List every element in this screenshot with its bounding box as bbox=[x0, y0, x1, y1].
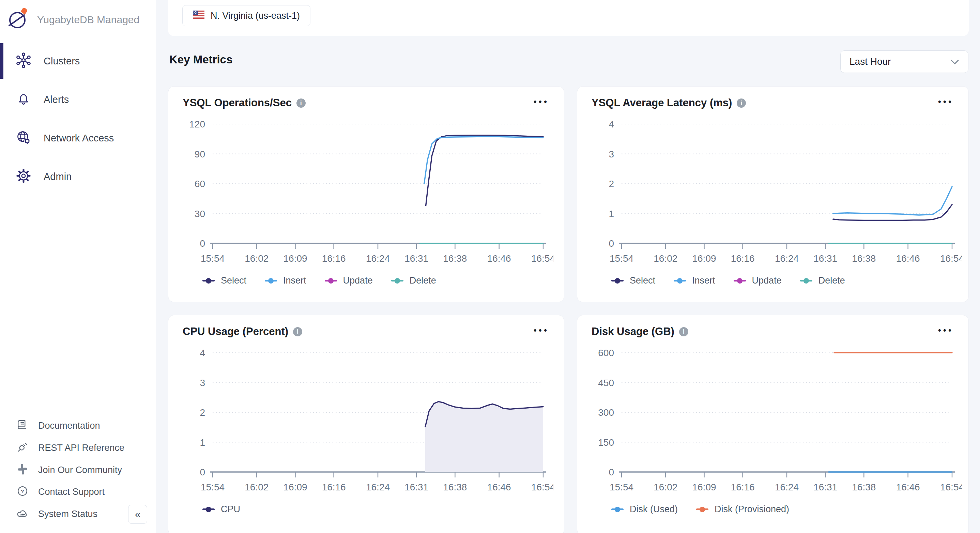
legend-marker-icon bbox=[611, 509, 624, 510]
sidebar-item-join-our-community[interactable]: Join Our Community bbox=[0, 460, 143, 479]
region-chip[interactable]: N. Virginia (us-east-1) bbox=[182, 5, 310, 26]
sidebar-item-label: System Status bbox=[38, 509, 97, 519]
svg-text:16:16: 16:16 bbox=[322, 253, 346, 264]
legend-label: CPU bbox=[221, 504, 240, 515]
svg-text:16:02: 16:02 bbox=[654, 482, 678, 492]
legend-item[interactable]: Disk (Provisioned) bbox=[696, 504, 789, 515]
svg-text:16:16: 16:16 bbox=[731, 482, 755, 492]
sidebar-item-label: Alerts bbox=[44, 94, 69, 105]
legend-item[interactable]: Delete bbox=[391, 275, 436, 286]
svg-text:16:54: 16:54 bbox=[940, 482, 962, 492]
svg-text:16:16: 16:16 bbox=[731, 253, 755, 264]
info-icon[interactable]: i bbox=[293, 327, 302, 336]
svg-text:16:38: 16:38 bbox=[443, 482, 467, 492]
clusters-icon bbox=[15, 52, 32, 70]
svg-text:15:54: 15:54 bbox=[609, 253, 633, 264]
svg-text:16:54: 16:54 bbox=[531, 253, 554, 264]
chart-legend: SelectInsertUpdateDelete bbox=[611, 275, 969, 286]
disk-usage-chart: 015030045060015:5416:0216:0916:1616:2416… bbox=[577, 342, 962, 499]
sidebar-item-documentation[interactable]: Documentation bbox=[0, 416, 143, 435]
svg-text:3: 3 bbox=[609, 149, 614, 159]
svg-text:16:46: 16:46 bbox=[896, 482, 920, 492]
sidebar-item-network-access[interactable]: Network Access bbox=[0, 119, 156, 157]
svg-text:60: 60 bbox=[194, 178, 205, 189]
more-options-icon[interactable]: ••• bbox=[534, 326, 549, 337]
sidebar-item-system-status[interactable]: System Status bbox=[0, 504, 143, 523]
svg-text:4: 4 bbox=[200, 348, 205, 358]
chart-legend: CPU bbox=[202, 504, 564, 515]
legend-item[interactable]: Disk (Used) bbox=[611, 504, 678, 515]
sidebar-item-alerts[interactable]: Alerts bbox=[0, 80, 156, 119]
info-icon[interactable]: i bbox=[296, 99, 305, 108]
more-options-icon[interactable]: ••• bbox=[534, 97, 549, 109]
legend-marker-icon bbox=[611, 280, 624, 282]
legend-item[interactable]: Update bbox=[733, 275, 782, 286]
info-icon[interactable]: i bbox=[737, 99, 746, 108]
chart-title: Disk Usage (GB) bbox=[592, 325, 675, 338]
sidebar-item-admin[interactable]: Admin bbox=[0, 158, 156, 196]
legend-marker-icon bbox=[202, 509, 215, 510]
svg-text:0: 0 bbox=[609, 467, 614, 477]
legend-marker-icon bbox=[265, 280, 277, 282]
legend-item[interactable]: Select bbox=[202, 275, 247, 286]
legend-item[interactable]: Insert bbox=[674, 275, 715, 286]
admin-gear-icon bbox=[15, 167, 32, 186]
more-options-icon[interactable]: ••• bbox=[938, 326, 953, 337]
chart-title: YSQL Operations/Sec bbox=[183, 97, 292, 109]
svg-text:16:31: 16:31 bbox=[404, 253, 428, 264]
legend-item[interactable]: Update bbox=[325, 275, 373, 286]
collapse-chevrons-icon: « bbox=[135, 509, 141, 520]
sidebar-item-label: Clusters bbox=[44, 56, 80, 67]
svg-text:16:31: 16:31 bbox=[813, 253, 837, 264]
info-icon[interactable]: i bbox=[679, 327, 688, 336]
svg-text:16:02: 16:02 bbox=[245, 482, 269, 492]
sidebar-collapse-button[interactable]: « bbox=[128, 505, 147, 524]
legend-item[interactable]: CPU bbox=[202, 504, 240, 515]
chart-card-ysql-latency: YSQL Average Latency (ms) i ••• 0123415:… bbox=[577, 86, 969, 302]
legend-item[interactable]: Select bbox=[611, 275, 655, 286]
more-options-icon[interactable]: ••• bbox=[938, 97, 953, 109]
us-flag-icon bbox=[193, 11, 204, 21]
svg-text:2: 2 bbox=[609, 178, 614, 189]
sidebar-item-rest-api-reference[interactable]: REST API Reference bbox=[0, 438, 143, 457]
svg-text:15:54: 15:54 bbox=[609, 482, 633, 492]
sidebar-item-clusters[interactable]: Clusters bbox=[0, 42, 156, 80]
svg-text:?: ? bbox=[21, 488, 24, 494]
system-status-cloud-icon bbox=[16, 506, 29, 522]
legend-item[interactable]: Insert bbox=[265, 275, 306, 286]
chart-title: YSQL Average Latency (ms) bbox=[592, 97, 732, 109]
sidebar-item-contact-support[interactable]: ? Contact Support bbox=[0, 482, 143, 501]
legend-label: Delete bbox=[410, 275, 436, 286]
svg-text:16:02: 16:02 bbox=[654, 253, 678, 264]
slack-community-icon bbox=[16, 463, 29, 477]
svg-text:3: 3 bbox=[200, 378, 205, 388]
chart-legend: SelectInsertUpdateDelete bbox=[202, 275, 564, 286]
chart-title: CPU Usage (Percent) bbox=[183, 325, 288, 338]
legend-label: Disk (Provisioned) bbox=[714, 504, 789, 515]
svg-text:90: 90 bbox=[194, 149, 205, 159]
brand-name: YugabyteDB Managed bbox=[37, 14, 139, 25]
yugabyte-logo-icon bbox=[5, 6, 31, 34]
api-plug-icon bbox=[16, 440, 29, 455]
sidebar-item-label: Contact Support bbox=[38, 487, 105, 497]
legend-label: Disk (Used) bbox=[630, 504, 678, 515]
ysql-latency-chart: 0123415:5416:0216:0916:1616:2416:3116:38… bbox=[577, 114, 962, 270]
svg-text:15:54: 15:54 bbox=[201, 482, 224, 492]
sidebar-item-label: Network Access bbox=[44, 132, 114, 144]
page-title: Key Metrics bbox=[169, 53, 232, 66]
legend-marker-icon bbox=[391, 280, 403, 282]
legend-item[interactable]: Delete bbox=[800, 275, 845, 286]
network-globe-gear-icon bbox=[15, 129, 32, 147]
brand[interactable]: YugabyteDB Managed bbox=[5, 6, 152, 33]
time-range-select[interactable]: Last Hour bbox=[840, 51, 969, 73]
svg-text:16:09: 16:09 bbox=[283, 482, 307, 492]
svg-text:1: 1 bbox=[200, 437, 205, 448]
legend-label: Update bbox=[752, 275, 782, 286]
svg-text:16:09: 16:09 bbox=[692, 253, 716, 264]
svg-text:1: 1 bbox=[609, 208, 614, 219]
legend-marker-icon bbox=[696, 509, 708, 510]
sidebar: YugabyteDB Managed Clusters Alerts bbox=[0, 0, 156, 533]
svg-text:16:09: 16:09 bbox=[283, 253, 307, 264]
svg-text:16:38: 16:38 bbox=[852, 253, 876, 264]
region-chip-label: N. Virginia (us-east-1) bbox=[211, 11, 300, 21]
